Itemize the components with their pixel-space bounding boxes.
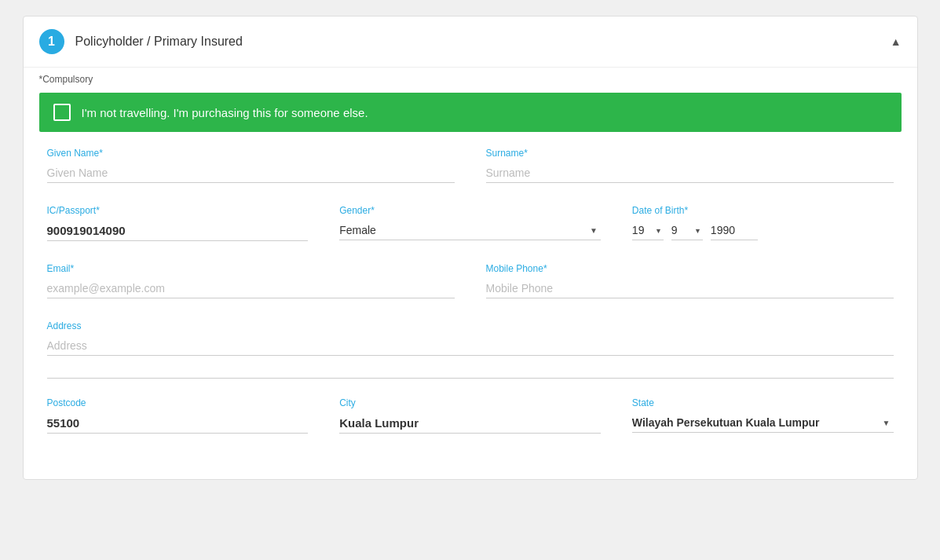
form-card: 1 Policyholder / Primary Insured ▲ *Comp… [23, 16, 918, 480]
state-select[interactable]: Wilayah Persekutuan Kuala Lumpur Selango… [632, 413, 894, 433]
dob-year-input[interactable] [711, 221, 758, 240]
dob-day-wrapper: 19 ▼ [632, 221, 664, 240]
dob-month-select[interactable]: 9 [671, 221, 703, 240]
gender-select[interactable]: Female Male [339, 221, 601, 240]
email-label: Email* [47, 263, 455, 274]
banner-text: I'm not travelling. I'm purchasing this … [82, 106, 368, 119]
row-address: Address [47, 320, 894, 356]
gender-group: Gender* Female Male ▼ [339, 205, 601, 241]
email-group: Email* [47, 263, 455, 298]
postcode-label: Postcode [47, 397, 309, 408]
mobile-input[interactable] [486, 279, 894, 298]
address-label: Address [47, 320, 894, 331]
mobile-label: Mobile Phone* [486, 263, 894, 274]
header-left: 1 Policyholder / Primary Insured [39, 29, 243, 54]
dob-group: Date of Birth* 19 ▼ 9 ▼ [632, 205, 894, 241]
city-value: Kuala Lumpur [339, 413, 601, 434]
state-group: State Wilayah Persekutuan Kuala Lumpur S… [632, 397, 894, 434]
email-input[interactable] [47, 279, 455, 298]
address-group: Address [47, 320, 894, 356]
surname-input[interactable] [486, 163, 894, 183]
collapse-icon[interactable]: ▲ [891, 35, 902, 48]
row-name: Given Name* Surname* [47, 148, 894, 183]
given-name-label: Given Name* [47, 148, 455, 159]
form-body: Given Name* Surname* IC/Passport* 900919… [24, 148, 917, 434]
dob-day-select[interactable]: 19 [632, 221, 664, 240]
gender-label: Gender* [339, 205, 601, 216]
address-input[interactable] [47, 336, 894, 356]
ic-passport-label: IC/Passport* [47, 205, 309, 216]
row-postcode-city-state: Postcode 55100 City Kuala Lumpur State W… [47, 397, 894, 434]
city-label: City [339, 397, 601, 408]
not-travelling-banner: I'm not travelling. I'm purchasing this … [39, 93, 902, 132]
not-travelling-checkbox[interactable] [53, 104, 71, 121]
card-header: 1 Policyholder / Primary Insured ▲ [24, 16, 917, 68]
dob-label: Date of Birth* [632, 205, 894, 216]
surname-label: Surname* [486, 148, 894, 159]
compulsory-note: *Compulsory [24, 68, 917, 93]
ic-passport-value: 900919014090 [47, 221, 309, 241]
city-group: City Kuala Lumpur [339, 397, 601, 434]
row-email-mobile: Email* Mobile Phone* [47, 263, 894, 298]
row-ic-gender-dob: IC/Passport* 900919014090 Gender* Female… [47, 205, 894, 241]
postcode-value: 55100 [47, 413, 309, 434]
dob-inputs: 19 ▼ 9 ▼ [632, 221, 894, 240]
postcode-group: Postcode 55100 [47, 397, 309, 434]
given-name-input[interactable] [47, 163, 455, 183]
step-badge: 1 [39, 29, 64, 54]
surname-group: Surname* [486, 148, 894, 183]
card-title: Policyholder / Primary Insured [75, 35, 243, 49]
mobile-group: Mobile Phone* [486, 263, 894, 298]
gender-select-wrapper: Female Male ▼ [339, 221, 601, 240]
ic-passport-group: IC/Passport* 900919014090 [47, 205, 309, 241]
state-label: State [632, 397, 894, 408]
state-select-wrapper: Wilayah Persekutuan Kuala Lumpur Selango… [632, 413, 894, 433]
given-name-group: Given Name* [47, 148, 455, 183]
dob-month-wrapper: 9 ▼ [671, 221, 703, 240]
form-divider [47, 378, 894, 379]
